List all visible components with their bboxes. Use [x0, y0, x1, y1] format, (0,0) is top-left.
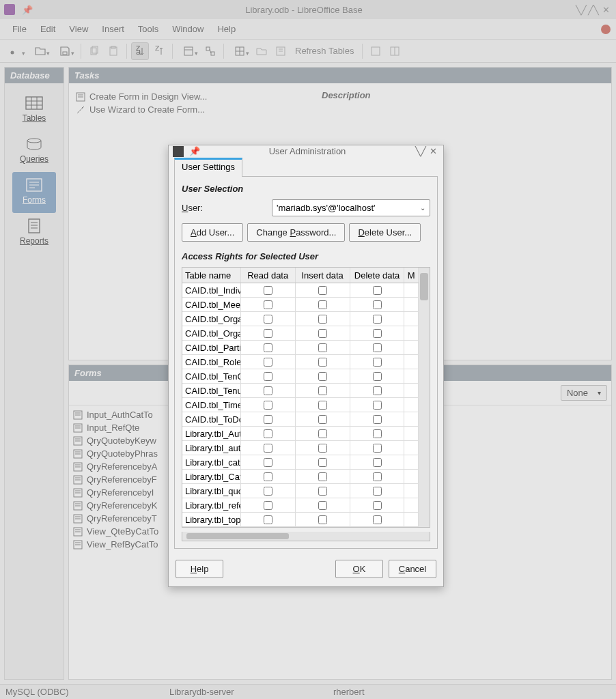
delete-checkbox[interactable] — [373, 501, 382, 510]
insert-checkbox[interactable] — [318, 329, 327, 338]
view-mode-select[interactable]: None ▾ — [561, 385, 607, 401]
open-table-button[interactable] — [253, 42, 270, 60]
insert-checkbox[interactable] — [318, 501, 327, 510]
tab-user-settings[interactable]: User Settings — [174, 158, 242, 177]
vertical-scrollbar[interactable] — [419, 268, 430, 527]
insert-checkbox[interactable] — [318, 386, 327, 395]
delete-checkbox[interactable] — [373, 329, 382, 338]
delete-checkbox[interactable] — [373, 358, 382, 367]
read-checkbox[interactable] — [264, 372, 272, 381]
insert-checkbox[interactable] — [318, 401, 327, 410]
save-button[interactable]: ▾ — [53, 42, 76, 60]
table-button[interactable]: ▾ — [228, 42, 251, 60]
read-checkbox[interactable] — [264, 286, 272, 295]
close-window-button[interactable]: ✕ — [600, 5, 612, 15]
read-checkbox[interactable] — [264, 458, 272, 467]
dialog-minimize-button[interactable]: ╲╱ — [415, 146, 427, 156]
read-checkbox[interactable] — [264, 386, 272, 395]
read-checkbox[interactable] — [264, 487, 272, 496]
delete-checkbox[interactable] — [373, 343, 382, 352]
insert-checkbox[interactable] — [318, 358, 327, 367]
nav-reports[interactable]: Reports — [12, 213, 56, 254]
delete-checkbox[interactable] — [373, 315, 382, 324]
read-checkbox[interactable] — [264, 415, 272, 424]
col-read[interactable]: Read data — [241, 268, 296, 283]
insert-checkbox[interactable] — [318, 343, 327, 352]
col-more[interactable]: M — [404, 268, 419, 283]
menu-tools[interactable]: Tools — [131, 21, 165, 37]
task-wizard[interactable]: Use Wizard to Create Form... — [76, 103, 322, 116]
insert-checkbox[interactable] — [318, 515, 327, 524]
menu-help[interactable]: Help — [210, 21, 242, 37]
insert-checkbox[interactable] — [318, 300, 327, 309]
delete-checkbox[interactable] — [373, 472, 382, 481]
read-checkbox[interactable] — [264, 358, 272, 367]
cancel-button[interactable]: Cancel — [389, 560, 436, 578]
insert-checkbox[interactable] — [318, 372, 327, 381]
add-user-button[interactable]: Add User... — [182, 223, 243, 242]
col-insert[interactable]: Insert data — [296, 268, 350, 283]
sort-desc-button[interactable]: z — [150, 42, 168, 60]
pin-icon[interactable]: 📌 — [22, 5, 33, 15]
close-document-button[interactable] — [601, 25, 611, 34]
sort-asc-button[interactable]: za — [131, 42, 149, 60]
insert-checkbox[interactable] — [318, 429, 327, 438]
relations-button[interactable] — [201, 42, 219, 60]
delete-checkbox[interactable] — [373, 286, 382, 295]
read-checkbox[interactable] — [264, 329, 272, 338]
menu-file[interactable]: File — [5, 21, 33, 37]
insert-checkbox[interactable] — [318, 415, 327, 424]
read-checkbox[interactable] — [264, 444, 272, 453]
insert-checkbox[interactable] — [318, 286, 327, 295]
delete-checkbox[interactable] — [373, 386, 382, 395]
col-delete[interactable]: Delete data — [350, 268, 405, 283]
new-button[interactable]: ▾ — [4, 42, 27, 60]
edit-table-button[interactable] — [272, 42, 290, 60]
read-checkbox[interactable] — [264, 300, 272, 309]
menu-window[interactable]: Window — [165, 21, 210, 37]
help-button[interactable]: Help — [176, 560, 223, 578]
minimize-button[interactable]: ╲╱ — [575, 5, 587, 15]
delete-checkbox[interactable] — [373, 444, 382, 453]
copy-button[interactable] — [85, 42, 103, 60]
task-create-design[interactable]: Create Form in Design View... — [76, 90, 322, 103]
paste-button[interactable] — [104, 42, 122, 60]
delete-checkbox[interactable] — [373, 300, 382, 309]
dialog-close-button[interactable]: ✕ — [427, 146, 439, 156]
grid-button-1[interactable] — [367, 42, 384, 60]
menu-edit[interactable]: Edit — [33, 21, 62, 37]
delete-checkbox[interactable] — [373, 372, 382, 381]
read-checkbox[interactable] — [264, 343, 272, 352]
read-checkbox[interactable] — [264, 429, 272, 438]
read-checkbox[interactable] — [264, 472, 272, 481]
insert-checkbox[interactable] — [318, 487, 327, 496]
grid-button-2[interactable] — [386, 42, 404, 60]
read-checkbox[interactable] — [264, 501, 272, 510]
insert-checkbox[interactable] — [318, 458, 327, 467]
read-checkbox[interactable] — [264, 515, 272, 524]
change-password-button[interactable]: Change Password... — [247, 223, 345, 242]
delete-checkbox[interactable] — [373, 401, 382, 410]
read-checkbox[interactable] — [264, 401, 272, 410]
maximize-button[interactable]: ╱╲ — [587, 5, 600, 15]
pin-icon[interactable]: 📌 — [189, 146, 200, 156]
horizontal-scrollbar[interactable] — [182, 532, 430, 541]
menu-view[interactable]: View — [62, 21, 95, 37]
insert-checkbox[interactable] — [318, 472, 327, 481]
delete-checkbox[interactable] — [373, 415, 382, 424]
delete-checkbox[interactable] — [373, 487, 382, 496]
ok-button[interactable]: OK — [335, 560, 383, 578]
delete-checkbox[interactable] — [373, 429, 382, 438]
nav-forms[interactable]: Forms — [12, 172, 56, 213]
insert-checkbox[interactable] — [318, 444, 327, 453]
col-table-name[interactable]: Table name — [182, 268, 241, 283]
delete-checkbox[interactable] — [373, 515, 382, 524]
delete-checkbox[interactable] — [373, 458, 382, 467]
nav-queries[interactable]: Queries — [12, 131, 56, 172]
refresh-tables-button[interactable]: Refresh Tables — [291, 42, 358, 60]
insert-checkbox[interactable] — [318, 315, 327, 324]
user-combo[interactable]: 'mariadb.sys'@'localhost' ⌄ — [272, 199, 430, 216]
form-button[interactable]: ▾ — [177, 42, 200, 60]
nav-tables[interactable]: Tables — [12, 90, 56, 131]
menu-insert[interactable]: Insert — [95, 21, 131, 37]
